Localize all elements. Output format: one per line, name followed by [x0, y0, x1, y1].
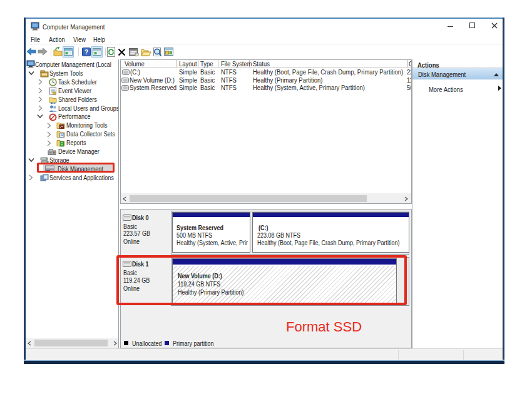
svg-text:?: ? — [84, 49, 88, 56]
